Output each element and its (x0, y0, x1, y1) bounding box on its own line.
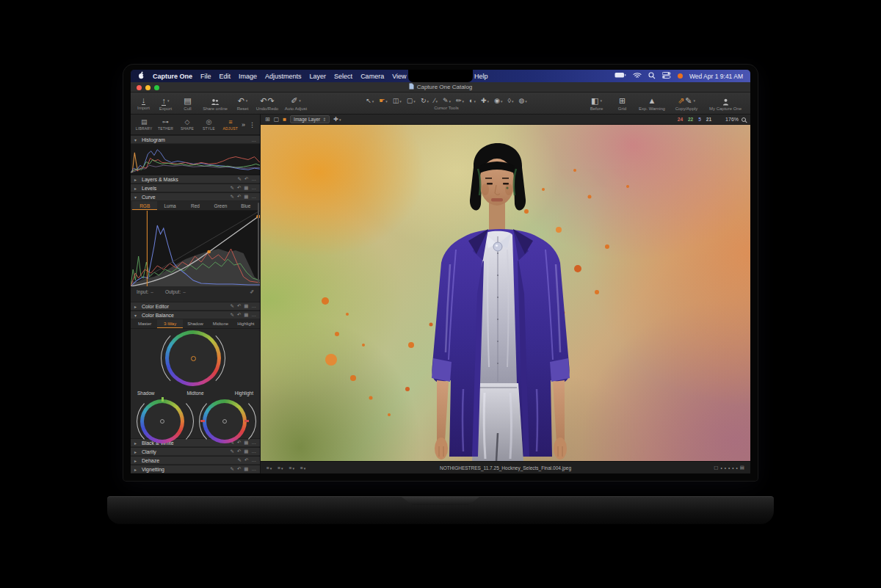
copy-apply-button[interactable]: ⇗✎▾ Copy/Apply (671, 94, 702, 112)
curve-output-value[interactable]: – (183, 289, 186, 294)
filmstrip-icon[interactable]: ▤ (740, 465, 744, 471)
menu-app-name[interactable]: Capture One (153, 73, 192, 80)
menu-image[interactable]: Image (239, 73, 257, 80)
battery-icon[interactable] (614, 72, 626, 80)
highlight-wheel-marker[interactable] (222, 419, 227, 424)
menu-camera[interactable]: Camera (360, 73, 384, 80)
panel-header-color-editor[interactable]: ▸ Color Editor ✎↶▦… (131, 302, 260, 311)
apple-menu-icon[interactable] (138, 71, 145, 81)
panel-more-icon[interactable]: … (252, 176, 257, 182)
curve-tab-rgb[interactable]: RGB (132, 201, 157, 210)
cursor-tool-draw-mask[interactable]: ✎▾ (443, 97, 451, 104)
cursor-tool-heal[interactable]: ◐▾ (469, 97, 476, 104)
reset-icon[interactable]: ↶ (237, 466, 241, 472)
panel-header-layers-masks[interactable]: ▸ Layers & Masks ✎↶… (131, 175, 260, 184)
preset-icon[interactable]: ▦ (244, 449, 248, 454)
curve-tab-luma[interactable]: Luma (157, 201, 182, 210)
cursor-tool-straighten[interactable]: ∕▾ (434, 97, 438, 104)
share-online-button[interactable]: Share online (199, 94, 231, 112)
panel-header-dehaze[interactable]: ▸ Dehaze ✎↶… (131, 456, 260, 465)
cull-button[interactable]: ▤ Cull (177, 94, 198, 112)
export-button[interactable]: ↑▾ Export (155, 94, 176, 112)
status-option-3[interactable]: ≡▾ (289, 465, 294, 471)
import-button[interactable]: ↓ Import (133, 94, 154, 112)
layer-selector[interactable]: Image Layer ⇕ (290, 115, 330, 123)
filmstrip-dot[interactable]: • (720, 465, 722, 471)
reset-icon[interactable]: ↶ (237, 312, 241, 318)
cursor-tool-frame[interactable]: ▢▾ (407, 97, 416, 104)
tab-style[interactable]: ◎STYLE (198, 118, 219, 131)
control-center-icon[interactable] (662, 72, 671, 80)
exposure-warning-button[interactable]: ▲ Exp. Warning (637, 94, 667, 112)
photo-canvas[interactable] (261, 125, 750, 461)
menu-layer[interactable]: Layer (310, 73, 327, 80)
menu-select[interactable]: Select (334, 73, 352, 80)
proof-profile-icon[interactable]: ■ (283, 116, 286, 123)
tabs-menu-icon[interactable]: ⋮ (249, 121, 255, 128)
zoom-control[interactable]: 176% (725, 117, 746, 122)
cb-tab-highlight[interactable]: Highlight (233, 319, 258, 328)
curve-tab-blue[interactable]: Blue (233, 201, 258, 210)
shadow-wheel-marker[interactable] (160, 419, 164, 424)
menu-view[interactable]: View (392, 73, 406, 80)
tab-adjust[interactable]: ≡ADJUST (220, 118, 241, 131)
capture-one-status-icon[interactable] (678, 73, 683, 79)
add-layer-button[interactable]: ✚▾ (333, 116, 341, 123)
curve-tab-red[interactable]: Red (183, 201, 208, 210)
menu-adjustments[interactable]: Adjustments (265, 73, 302, 80)
panel-header-clarity[interactable]: ▸ Clarity ✎↶▦… (131, 447, 260, 456)
preset-icon[interactable]: ▦ (244, 185, 248, 191)
cursor-tool-spot[interactable]: ◉▾ (494, 97, 502, 104)
menu-edit[interactable]: Edit (220, 73, 231, 80)
brush-icon[interactable]: ✎ (230, 303, 233, 309)
preset-icon[interactable]: ▦ (244, 303, 248, 309)
undo-redo-button[interactable]: ↶↷ Undo/Redo (254, 94, 280, 112)
brush-icon[interactable]: ✎ (230, 194, 233, 200)
panel-header-vignetting[interactable]: ▸ Vignetting ✎↶▦… (131, 465, 260, 473)
menu-help[interactable]: Help (474, 73, 488, 80)
filmstrip-dot[interactable]: • (732, 465, 733, 471)
auto-adjust-button[interactable]: ✐▾ Auto Adjust (281, 94, 311, 112)
brush-icon[interactable]: ✎ (230, 312, 233, 318)
thumbnail-frame-icon[interactable]: ▢ (714, 465, 718, 471)
reset-icon[interactable]: ↶ (237, 185, 241, 191)
panel-more-icon[interactable]: … (252, 185, 257, 191)
panel-more-icon[interactable]: … (252, 457, 257, 463)
menu-clock[interactable]: Wed Apr 1 9:41 AM (689, 73, 743, 80)
reset-icon[interactable]: ↶ (237, 449, 241, 454)
search-icon[interactable] (648, 72, 656, 81)
brush-icon[interactable]: ✎ (238, 457, 242, 463)
brush-icon[interactable]: ✎ (230, 449, 233, 454)
brush-icon[interactable]: ✎ (238, 176, 242, 182)
panel-header-color-balance[interactable]: ▾ Color Balance ✎↶▦… (131, 311, 260, 319)
panel-more-icon[interactable]: … (252, 194, 257, 200)
tab-library[interactable]: ▤LIBRARY (134, 118, 154, 131)
before-button[interactable]: ◧▾ Before (586, 94, 607, 112)
status-option-2[interactable]: ≡▾ (278, 465, 283, 471)
cursor-tool-clone[interactable]: ✚▾ (481, 97, 489, 104)
single-view-icon[interactable]: ▢ (274, 116, 280, 123)
my-capture-one-button[interactable]: My Capture One (706, 94, 744, 112)
status-option-1[interactable]: ≡▾ (267, 465, 272, 471)
cursor-tool-crop[interactable]: ◫▾ (393, 97, 402, 104)
panel-more-icon[interactable]: … (252, 137, 257, 142)
panel-more-icon[interactable]: … (252, 449, 257, 454)
preset-icon[interactable]: ▦ (244, 194, 248, 200)
cb-tab-midtone[interactable]: Midtone (208, 319, 233, 328)
tab-tether[interactable]: ⊶TETHER (155, 118, 175, 131)
preset-icon[interactable]: ▦ (244, 466, 248, 472)
cb-tab-master[interactable]: Master (132, 319, 157, 328)
reset-icon[interactable]: ↶ (237, 303, 241, 309)
filmstrip-dot[interactable]: • (736, 465, 738, 471)
multi-view-icon[interactable]: ⊞ (265, 116, 270, 123)
status-option-4[interactable]: ≡▾ (300, 465, 305, 471)
filmstrip-dot[interactable]: • (728, 465, 730, 471)
cursor-tool-select[interactable]: ↖▾ (366, 97, 374, 104)
panel-more-icon[interactable]: … (252, 312, 257, 318)
menu-file[interactable]: File (200, 73, 211, 80)
curve-picker-icon[interactable]: ✐ (250, 289, 254, 295)
grid-button[interactable]: ⊞ Grid (612, 94, 633, 112)
cursor-tool-erase-mask[interactable]: ✏▾ (456, 97, 464, 104)
curve-editor[interactable] (131, 211, 260, 286)
curve-tab-green[interactable]: Green (208, 201, 233, 210)
